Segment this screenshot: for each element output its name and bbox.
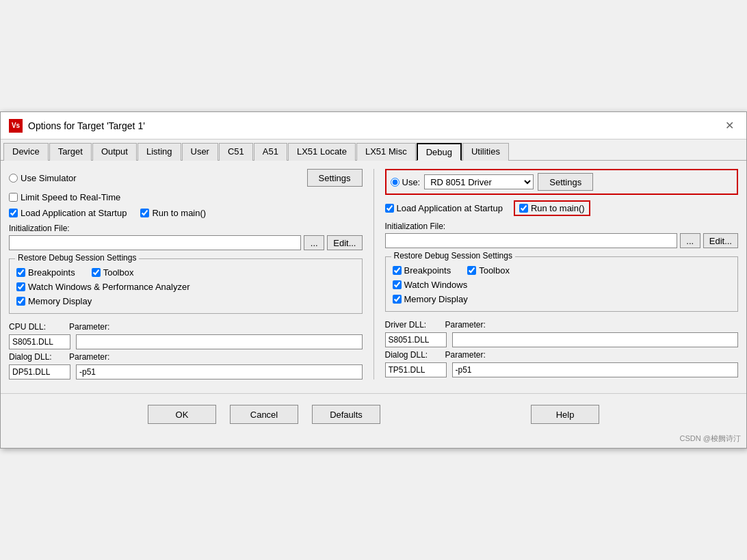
tab-output[interactable]: Output xyxy=(92,143,137,161)
tab-bar: Device Target Output Listing User C51 A5… xyxy=(1,139,746,161)
left-memory-display-label[interactable]: Memory Display xyxy=(16,296,355,306)
limit-speed-row: Limit Speed to Real-Time xyxy=(9,192,363,202)
left-edit-button[interactable]: Edit... xyxy=(327,235,362,250)
right-memory-display-checkbox[interactable] xyxy=(393,295,402,304)
use-radio-label[interactable]: Use: xyxy=(391,177,421,187)
left-cpu-dll-input[interactable] xyxy=(9,334,70,349)
close-button[interactable]: ✕ xyxy=(721,118,738,133)
right-toolbox-label[interactable]: Toolbox xyxy=(467,265,510,276)
right-driver-dll-inputs xyxy=(385,332,739,347)
left-init-file-section: Initialization File: ... Edit... xyxy=(9,224,363,250)
right-dialog-dll-input[interactable] xyxy=(385,362,447,377)
content-area: Use Simulator Settings Limit Speed to Re… xyxy=(1,161,746,388)
right-watch-windows-label[interactable]: Watch Windows xyxy=(393,280,731,290)
left-breakpoints-checkbox[interactable] xyxy=(16,268,25,277)
left-cpu-dll-row: CPU DLL: Parameter: xyxy=(9,322,363,332)
left-init-file-label: Initialization File: xyxy=(9,224,363,233)
use-driver-box: Use: RD 8051 Driver Settings xyxy=(385,169,739,195)
right-watch-windows-checkbox[interactable] xyxy=(393,280,402,289)
cancel-button[interactable]: Cancel xyxy=(230,405,298,424)
left-cpu-dll-label: CPU DLL: xyxy=(9,322,64,332)
left-dll-section: CPU DLL: Parameter: Dialog DLL: Paramete… xyxy=(9,322,363,379)
driver-select[interactable]: RD 8051 Driver xyxy=(424,174,534,189)
use-simulator-label[interactable]: Use Simulator xyxy=(9,173,77,183)
help-button[interactable]: Help xyxy=(531,405,599,424)
window-title: Options for Target 'Target 1' xyxy=(28,120,145,131)
tab-user[interactable]: User xyxy=(182,143,218,161)
tab-lx51-locate[interactable]: LX51 Locate xyxy=(288,143,356,161)
right-dialog-param-input[interactable] xyxy=(452,362,739,377)
left-breakpoints-label[interactable]: Breakpoints xyxy=(16,267,75,278)
left-settings-button[interactable]: Settings xyxy=(307,169,363,187)
right-settings-button[interactable]: Settings xyxy=(538,173,593,191)
left-run-to-main-checkbox[interactable] xyxy=(140,209,149,217)
right-driver-dll-input[interactable] xyxy=(385,332,447,347)
right-run-to-main-box: Run to main() xyxy=(514,200,590,216)
left-watch-windows-checkbox[interactable] xyxy=(16,282,25,291)
left-watch-windows-label[interactable]: Watch Windows & Performance Analyzer xyxy=(16,282,355,292)
right-edit-button[interactable]: Edit... xyxy=(703,233,738,248)
left-toolbox-label[interactable]: Toolbox xyxy=(92,267,134,278)
right-breakpoints-label[interactable]: Breakpoints xyxy=(393,265,451,276)
limit-speed-label[interactable]: Limit Speed to Real-Time xyxy=(9,192,120,202)
right-memory-display-label[interactable]: Memory Display xyxy=(393,294,731,304)
right-run-to-main-label[interactable]: Run to main() xyxy=(519,203,585,213)
left-dialog-dll-input[interactable] xyxy=(9,364,70,379)
left-restore-checkboxes: Breakpoints Toolbox Watch Windows & Perf… xyxy=(16,267,355,306)
panel-divider xyxy=(374,169,374,379)
right-init-file-input[interactable] xyxy=(385,233,677,248)
watermark: CSDN @梭阙诗汀 xyxy=(1,432,746,448)
right-dialog-dll-label: Dialog DLL: xyxy=(385,350,440,360)
left-run-to-main-label[interactable]: Run to main() xyxy=(140,208,206,218)
limit-speed-checkbox[interactable] xyxy=(9,193,18,202)
right-restore-group-title: Restore Debug Session Settings xyxy=(391,251,515,261)
left-dialog-param-label: Parameter: xyxy=(69,352,124,362)
left-dialog-dll-inputs xyxy=(9,364,363,379)
right-driver-dll-label-row: Driver DLL: Parameter: xyxy=(385,320,739,330)
left-load-run-row: Load Application at Startup Run to main(… xyxy=(9,208,363,218)
right-load-app-label[interactable]: Load Application at Startup xyxy=(385,203,503,213)
right-load-run-row: Load Application at Startup Run to main(… xyxy=(385,200,739,216)
right-dialog-param-label: Parameter: xyxy=(445,350,500,360)
tab-target[interactable]: Target xyxy=(49,143,92,161)
left-dialog-param-input[interactable] xyxy=(76,364,363,379)
right-load-app-checkbox[interactable] xyxy=(385,204,394,213)
defaults-button[interactable]: Defaults xyxy=(312,405,380,424)
tab-listing[interactable]: Listing xyxy=(137,143,181,161)
right-init-file-row: ... Edit... xyxy=(385,233,739,248)
right-restore-checkboxes: Breakpoints Toolbox Watch Windows Memo xyxy=(393,265,731,304)
tab-c51[interactable]: C51 xyxy=(219,143,253,161)
left-bp-toolbox-row: Breakpoints Toolbox xyxy=(16,267,355,278)
use-simulator-radio[interactable] xyxy=(9,174,18,183)
left-cpu-param-input[interactable] xyxy=(76,334,363,349)
left-browse-button[interactable]: ... xyxy=(304,235,324,250)
tab-lx51-misc[interactable]: LX51 Misc xyxy=(356,143,416,161)
right-toolbox-checkbox[interactable] xyxy=(467,266,476,275)
left-init-file-row: ... Edit... xyxy=(9,235,363,250)
left-load-app-label[interactable]: Load Application at Startup xyxy=(9,208,127,218)
left-cpu-param-label: Parameter: xyxy=(69,322,124,332)
right-dll-section: Driver DLL: Parameter: Dialog DLL: Param… xyxy=(385,320,739,377)
left-load-app-checkbox[interactable] xyxy=(9,209,18,217)
tab-device[interactable]: Device xyxy=(3,143,49,161)
right-driver-param-label: Parameter: xyxy=(445,320,500,330)
right-restore-group: Restore Debug Session Settings Breakpoin… xyxy=(385,256,739,312)
tab-debug[interactable]: Debug xyxy=(417,143,462,161)
right-run-to-main-checkbox[interactable] xyxy=(519,204,528,213)
tab-a51[interactable]: A51 xyxy=(254,143,287,161)
tab-utilities[interactable]: Utilities xyxy=(462,143,509,161)
main-window: Vs Options for Target 'Target 1' ✕ Devic… xyxy=(0,111,747,449)
left-memory-display-checkbox[interactable] xyxy=(16,297,25,306)
left-toolbox-checkbox[interactable] xyxy=(92,268,101,277)
ok-button[interactable]: OK xyxy=(148,405,216,424)
right-driver-param-input[interactable] xyxy=(452,332,739,347)
right-browse-button[interactable]: ... xyxy=(680,233,700,248)
left-panel: Use Simulator Settings Limit Speed to Re… xyxy=(9,169,363,379)
right-breakpoints-checkbox[interactable] xyxy=(393,266,402,275)
left-init-file-input[interactable] xyxy=(9,235,301,250)
left-dialog-dll-label-row: Dialog DLL: Parameter: xyxy=(9,352,363,362)
right-driver-dll-label: Driver DLL: xyxy=(385,320,440,330)
right-bp-toolbox-row: Breakpoints Toolbox xyxy=(393,265,731,276)
title-bar-left: Vs Options for Target 'Target 1' xyxy=(9,119,145,133)
use-driver-radio[interactable] xyxy=(391,178,399,187)
